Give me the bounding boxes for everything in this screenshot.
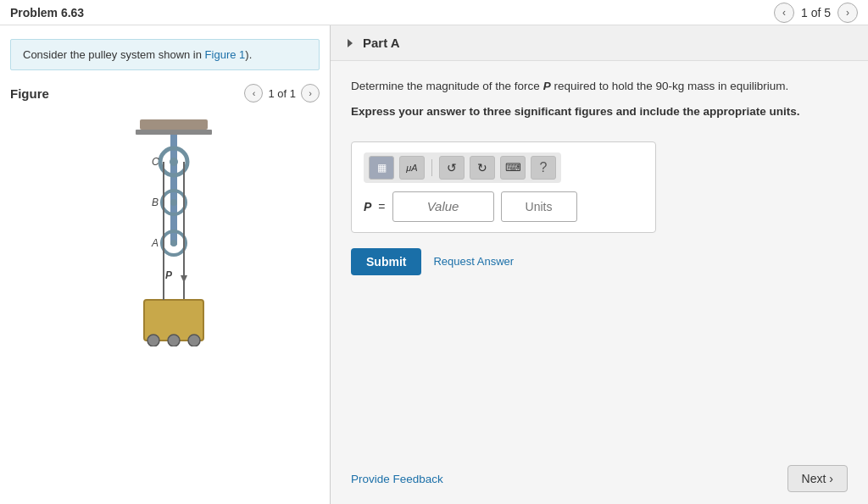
submit-button[interactable]: Submit (351, 248, 421, 275)
help-icon: ? (540, 160, 548, 175)
pagination-controls: ‹ 1 of 5 › (774, 3, 858, 23)
force-p-label: P (543, 80, 551, 92)
svg-rect-1 (136, 130, 212, 135)
collapse-icon[interactable] (348, 39, 353, 47)
svg-point-21 (147, 335, 159, 346)
figure-header: Figure ‹ 1 of 1 › (10, 84, 320, 102)
svg-point-7 (170, 199, 177, 206)
answer-box: ▦ μA ↺ ↻ ⌨ ? (351, 141, 656, 233)
next-problem-button[interactable]: › (837, 3, 858, 23)
units-input[interactable] (501, 191, 577, 222)
undo-icon: ↺ (447, 161, 457, 174)
bottom-row: Provide Feedback Next › (331, 457, 868, 504)
top-bar: Problem 6.63 ‹ 1 of 5 › (0, 0, 868, 25)
figure-nav: ‹ 1 of 1 › (244, 84, 320, 102)
svg-rect-0 (140, 119, 208, 130)
page-indicator: 1 of 5 (801, 6, 831, 19)
part-a-title: Part A (363, 36, 400, 50)
answer-input-row: P = (364, 191, 643, 222)
figure-page-indicator: 1 of 1 (268, 87, 296, 100)
provide-feedback-link[interactable]: Provide Feedback (351, 473, 443, 485)
figure-image: C B A P (10, 109, 320, 497)
right-panel: Part A Determine the magnitude of the fo… (331, 25, 868, 504)
right-content: Determine the magnitude of the force P r… (331, 61, 868, 457)
part-a-header: Part A (331, 25, 868, 61)
keyboard-button[interactable]: ⌨ (500, 156, 526, 180)
redo-icon: ↻ (477, 161, 487, 174)
svg-point-4 (170, 158, 178, 166)
equals-sign: = (378, 200, 385, 213)
svg-point-22 (168, 335, 180, 346)
svg-text:B: B (152, 197, 159, 208)
prev-problem-button[interactable]: ‹ (774, 3, 794, 23)
svg-point-10 (170, 240, 177, 246)
figure-hint: Consider the pulley system shown in Figu… (10, 39, 320, 70)
toolbar-separator (431, 159, 432, 176)
svg-point-23 (188, 335, 200, 346)
figure-next-button[interactable]: › (301, 84, 320, 102)
next-button[interactable]: Next › (787, 465, 848, 492)
svg-text:P: P (165, 269, 173, 281)
pulley-figure: C B A P (89, 118, 242, 346)
mu-icon: μA (406, 163, 417, 173)
value-input[interactable] (392, 191, 494, 222)
action-row: Submit Request Answer (351, 248, 848, 275)
next-arrow-icon: › (829, 472, 833, 485)
undo-button[interactable]: ↺ (439, 156, 465, 180)
help-button[interactable]: ? (531, 156, 556, 180)
figure-prev-button[interactable]: ‹ (244, 84, 263, 102)
mu-button[interactable]: μA (399, 156, 425, 180)
svg-marker-18 (181, 275, 187, 283)
matrix-button[interactable]: ▦ (369, 156, 394, 180)
svg-text:C: C (152, 156, 159, 168)
main-layout: Consider the pulley system shown in Figu… (0, 25, 868, 504)
problem-title: Problem 6.63 (10, 6, 84, 19)
question-text: Determine the magnitude of the force P r… (351, 78, 848, 95)
significant-figures-instruction: Express your answer to three significant… (351, 103, 848, 120)
svg-text:A: A (151, 237, 159, 249)
keyboard-icon: ⌨ (505, 161, 521, 174)
redo-button[interactable]: ↻ (470, 156, 495, 180)
left-panel: Consider the pulley system shown in Figu… (0, 25, 331, 504)
math-toolbar: ▦ μA ↺ ↻ ⌨ ? (364, 152, 561, 183)
request-answer-link[interactable]: Request Answer (433, 255, 514, 268)
figure-label: Figure (10, 86, 49, 101)
figure-section: Figure ‹ 1 of 1 › (0, 77, 330, 504)
figure1-link[interactable]: Figure 1 (205, 48, 246, 61)
p-variable-label: P (364, 200, 371, 213)
matrix-icon: ▦ (377, 162, 387, 174)
